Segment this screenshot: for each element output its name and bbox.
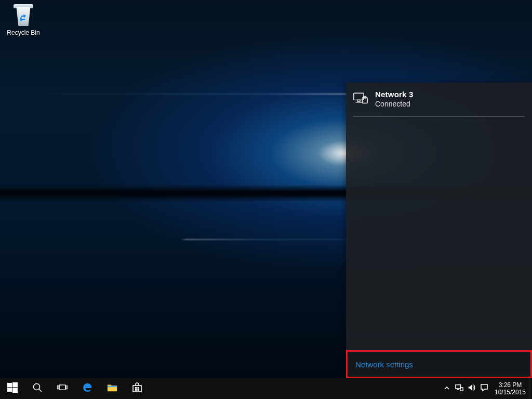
svg-rect-17 (138, 387, 140, 389)
svg-rect-5 (7, 383, 12, 387)
network-status-label: Connected (375, 100, 414, 108)
svg-rect-15 (133, 385, 141, 392)
volume-tray-icon[interactable] (466, 378, 478, 399)
recycle-bin-icon (12, 2, 35, 28)
svg-rect-12 (58, 386, 59, 389)
ethernet-icon (353, 91, 368, 104)
file-explorer-icon (107, 382, 117, 395)
action-center-icon (480, 383, 488, 394)
network-tray-icon[interactable] (453, 378, 466, 399)
ethernet-small-icon (455, 383, 463, 394)
windows-logo-icon (7, 382, 18, 395)
start-button[interactable] (0, 378, 25, 399)
svg-rect-19 (138, 389, 140, 391)
network-settings-link[interactable]: Network settings (346, 350, 532, 378)
svg-rect-4 (364, 96, 366, 98)
store-icon (132, 382, 142, 395)
svg-rect-18 (135, 389, 137, 391)
network-flyout-panel: Network 3 Connected Network settings (346, 83, 532, 378)
task-view-icon (57, 382, 68, 395)
store-app[interactable] (125, 378, 150, 399)
taskbar: 3:26 PM 10/15/2015 (0, 378, 532, 399)
network-settings-label: Network settings (355, 360, 413, 369)
svg-point-9 (34, 384, 40, 390)
taskbar-clock[interactable]: 3:26 PM 10/15/2015 (491, 378, 529, 399)
taskbar-spacer (150, 378, 440, 399)
task-view-button[interactable] (50, 378, 75, 399)
edge-app[interactable] (75, 378, 100, 399)
svg-rect-8 (12, 388, 18, 393)
svg-rect-1 (357, 100, 360, 101)
svg-rect-7 (7, 388, 12, 392)
edge-icon (82, 382, 92, 395)
file-explorer-app[interactable] (100, 378, 125, 399)
svg-rect-14 (108, 385, 117, 387)
svg-rect-13 (66, 386, 68, 389)
svg-line-10 (39, 389, 42, 392)
svg-rect-11 (59, 385, 65, 390)
system-tray (440, 378, 491, 399)
clock-date: 10/15/2015 (495, 389, 526, 396)
search-icon (32, 382, 43, 395)
chevron-up-icon (444, 384, 450, 393)
show-desktop-button[interactable] (529, 378, 532, 399)
recycle-bin-desktop-icon[interactable]: Recycle Bin (3, 2, 44, 36)
clock-time: 3:26 PM (499, 381, 522, 389)
svg-rect-16 (135, 387, 137, 389)
action-center-tray-icon[interactable] (478, 378, 490, 399)
network-name-label: Network 3 (375, 90, 414, 99)
show-hidden-icons[interactable] (441, 378, 453, 399)
svg-rect-6 (12, 382, 18, 387)
network-connection-item[interactable]: Network 3 Connected (353, 90, 525, 117)
search-button[interactable] (25, 378, 50, 399)
speaker-icon (468, 383, 476, 394)
recycle-bin-label: Recycle Bin (3, 29, 44, 36)
